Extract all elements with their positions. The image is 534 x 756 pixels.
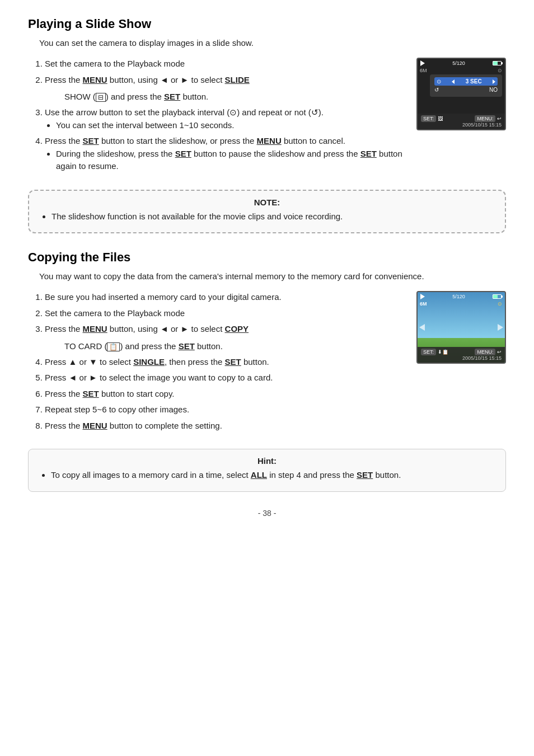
slideshow-list-continued: Use the arrow button to set the playback… — [45, 106, 405, 173]
timestamp-2: 2005/10/15 15:15 — [421, 355, 502, 361]
slideshow-section: Playing a Slide Show You can set the cam… — [28, 17, 506, 233]
menu-keyword-2: MENU — [257, 136, 282, 145]
slideshow-content: Set the camera to the Playback mode Pres… — [28, 58, 506, 179]
fraction-2: 5/120 — [452, 294, 465, 299]
set-keyword-copy: SET — [179, 341, 195, 351]
menu-keyword-copy: MENU — [83, 324, 107, 334]
slideshow-camera-image: 5/120 6M ⊙ ⊙ 3 SEC — [416, 58, 506, 130]
slideshow-menu-overlay: ⊙ 3 SEC ↺ NO — [430, 74, 502, 97]
camera-top-bar-1: 5/120 — [418, 59, 505, 68]
slideshow-step-3-notes: You can set the interval between 1~10 se… — [56, 119, 405, 132]
arrow-left-copy: ◄ — [160, 324, 168, 334]
set-keyword-4: SET — [360, 149, 377, 158]
fraction-1: 5/120 — [452, 60, 465, 66]
resolution-badge-2: 6M — [420, 301, 427, 307]
interval-note: You can set the interval between 1~10 se… — [56, 119, 405, 132]
copying-list: Be sure you had inserted a memory card t… — [45, 291, 405, 336]
copying-content: Be sure you had inserted a memory card t… — [28, 291, 506, 438]
copy-card-inline-line: TO CARD (📋) and press the SET button. — [64, 341, 405, 351]
battery-2 — [493, 294, 502, 299]
arrow-right-5: ► — [89, 373, 97, 382]
hint-list: To copy all images to a memory card in a… — [51, 469, 494, 482]
slide-keyword: SLIDE — [225, 75, 250, 84]
copying-steps: Be sure you had inserted a memory card t… — [28, 291, 405, 438]
slideshow-steps: Set the camera to the Playback mode Pres… — [28, 58, 405, 179]
camera-screen-1: 5/120 6M ⊙ ⊙ 3 SEC — [416, 58, 506, 130]
camera-bottom-bar-2: SET: ⬇📋 MENU: ↩ 2005/10/15 15:15 — [418, 347, 505, 363]
resolution-badge-1: 6M — [420, 68, 427, 73]
menu-label-2: MENU: ↩ — [475, 349, 502, 355]
menu-label-1: MENU: ↩ — [475, 115, 502, 122]
note-text: The slideshow function is not available … — [51, 210, 494, 223]
set-label-1: SET: 🖼 — [421, 115, 443, 122]
arrow-left-menu — [452, 79, 455, 84]
menu-item-3sec: ⊙ 3 SEC — [434, 77, 498, 86]
slideshow-step-3: Use the arrow button to set the playback… — [45, 106, 405, 132]
slideshow-list: Set the camera to the Playback mode Pres… — [45, 58, 405, 86]
hint-text: To copy all images to a memory card in a… — [51, 469, 494, 482]
hint-title: Hint: — [40, 456, 494, 466]
slideshow-step-2: Press the MENU button, using ◄ or ► to s… — [45, 74, 405, 87]
copying-step-5: Press ◄ or ► to select the image you wan… — [45, 372, 405, 384]
show-icon: ⊟ — [96, 93, 106, 102]
slideshow-step-4: Press the SET button to start the slides… — [45, 135, 405, 173]
menu-item-label-1: 3 SEC — [466, 78, 482, 84]
nav-arrow-right — [498, 324, 503, 331]
menu-item-no: ↺ NO — [434, 86, 498, 94]
copying-camera-image: 5/120 6M ⊙ SET: ⬇📋 — [416, 291, 506, 364]
play-icon-2 — [420, 294, 425, 299]
copying-step-1: Be sure you had inserted a memory card t… — [45, 291, 405, 304]
battery-1 — [493, 61, 502, 65]
arrow-right-menu — [493, 79, 495, 84]
menu-item-icon-2: ↺ — [434, 87, 439, 93]
copying-intro: You may want to copy the data from the c… — [39, 271, 506, 281]
copying-step-3: Press the MENU button, using ◄ or ► to s… — [45, 323, 405, 336]
repeat-icon: ↺ — [311, 107, 318, 117]
note-title: NOTE: — [40, 198, 494, 207]
menu-item-label-2: NO — [489, 87, 498, 93]
sd-badge-2: ⊙ — [498, 301, 502, 307]
arrow-right: ► — [180, 75, 189, 84]
copying-title: Copying the Files — [28, 250, 506, 265]
copying-step-2: Set the camera to the Playback mode — [45, 307, 405, 320]
set-keyword-1: SET — [164, 92, 180, 101]
sd-badge-1: ⊙ — [498, 68, 502, 73]
copying-step-8: Press the MENU button to complete the se… — [45, 420, 405, 433]
down-arrow: ▼ — [89, 357, 97, 367]
or-text-copy: or — [171, 324, 178, 334]
slideshow-pause-note: During the slideshow, press the SET butt… — [56, 148, 405, 173]
slideshow-intro: You can set the camera to display images… — [39, 38, 506, 48]
copying-step-6: Press the SET button to start copy. — [45, 388, 405, 401]
menu-keyword: MENU — [83, 75, 107, 84]
or-text: or — [171, 75, 178, 84]
set-keyword-hint: SET — [357, 470, 373, 480]
camera-screen-2: 5/120 6M ⊙ SET: ⬇📋 — [416, 291, 506, 364]
interval-icon: ⊙ — [229, 107, 237, 117]
all-keyword: ALL — [251, 470, 267, 480]
bottom-controls-2: SET: ⬇📋 MENU: ↩ — [421, 349, 502, 355]
camera-top-bar-2: 5/120 — [418, 292, 505, 301]
copying-hint-box: Hint: To copy all images to a memory car… — [28, 449, 506, 492]
arrow-right-copy: ► — [180, 324, 189, 334]
play-icon-1 — [420, 60, 425, 66]
slideshow-inline-line: SHOW (⊟) and press the SET button. — [64, 92, 405, 102]
page-number: - 38 - — [28, 509, 506, 518]
arrow-left-5: ◄ — [69, 373, 77, 382]
copying-list-continued: Press ▲ or ▼ to select SINGLE, then pres… — [45, 356, 405, 433]
slideshow-note-box: NOTE: The slideshow function is not avai… — [28, 190, 506, 234]
set-keyword-copy2: SET — [225, 357, 241, 367]
slideshow-title: Playing a Slide Show — [28, 17, 506, 31]
nav-arrow-left — [419, 324, 425, 331]
camera-bottom-bar-1: SET: 🖼 MENU: ↩ 2005/10/15 15:15 — [418, 114, 505, 129]
note-list: The slideshow function is not available … — [51, 210, 494, 223]
copy-icon: 📋 — [107, 342, 120, 351]
timestamp-1: 2005/10/15 15:15 — [421, 122, 502, 128]
bottom-controls-1: SET: 🖼 MENU: ↩ — [421, 115, 502, 122]
up-arrow: ▲ — [69, 357, 77, 367]
copying-step-4: Press ▲ or ▼ to select SINGLE, then pres… — [45, 356, 405, 369]
set-label-2: SET: ⬇📋 — [421, 349, 448, 355]
single-keyword: SINGLE — [133, 357, 165, 367]
slideshow-step-4-notes: During the slideshow, press the SET butt… — [56, 148, 405, 173]
set-keyword-copy3: SET — [83, 389, 99, 398]
arrow-left: ◄ — [160, 75, 168, 84]
